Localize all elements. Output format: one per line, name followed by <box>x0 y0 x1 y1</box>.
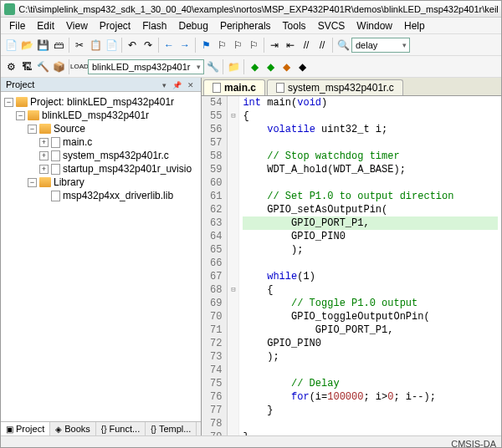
tree-node[interactable]: msp432p4xx_driverlib.lib <box>3 189 199 202</box>
nav-back-icon[interactable]: ← <box>161 38 177 53</box>
code-line[interactable] <box>243 417 498 430</box>
code-line[interactable]: int main(void) <box>243 96 498 109</box>
bookmark-next-icon[interactable]: ⚐ <box>230 38 245 53</box>
tree-node[interactable]: +startup_msp432p401r_uvisio <box>3 162 199 176</box>
outdent-icon[interactable]: ⇤ <box>283 38 298 53</box>
uncomment-icon[interactable]: // <box>315 38 330 53</box>
panel-dropdown-icon[interactable]: ▾ <box>161 81 168 89</box>
code-line[interactable]: ); <box>243 350 498 364</box>
code-line[interactable]: } <box>243 404 498 417</box>
open-icon[interactable]: 📂 <box>19 38 34 53</box>
expand-icon[interactable]: + <box>39 138 49 147</box>
code-line[interactable] <box>243 364 498 377</box>
bookmark-clear-icon[interactable]: ⚐ <box>246 38 261 53</box>
file-tabs: main.csystem_msp432p401r.c <box>202 78 501 96</box>
panel-tab-books[interactable]: ◈Books <box>50 422 96 435</box>
bookmark-prev-icon[interactable]: ⚐ <box>214 38 229 53</box>
code-line[interactable]: GPIO_PORT_P1, <box>243 216 498 230</box>
menu-help[interactable]: Help <box>399 18 430 33</box>
panel-tab-project[interactable]: ▣Project <box>1 422 50 435</box>
code-line[interactable]: { <box>243 109 498 123</box>
code-line[interactable]: // Toggle P1.0 output <box>243 297 498 310</box>
code-area[interactable]: 5455565758596061626364656667686970717273… <box>202 96 501 435</box>
code-line[interactable]: WDT_A_hold(WDT_A_BASE); <box>243 163 498 176</box>
code-line[interactable] <box>243 136 498 150</box>
menu-svcs[interactable]: SVCS <box>313 18 351 33</box>
file-tab[interactable]: system_msp432p401r.c <box>267 79 403 95</box>
code-line[interactable]: ); <box>243 243 498 257</box>
tree-node[interactable]: −blinkLED_msp432p401r <box>3 109 199 122</box>
find-icon[interactable]: 🔍 <box>336 38 351 53</box>
build-icon[interactable]: ⚙ <box>3 59 18 74</box>
project-tree[interactable]: −Project: blinkLED_msp432p401r−blinkLED_… <box>1 92 201 421</box>
bookmark-icon[interactable]: ⚑ <box>198 38 213 53</box>
pack2-icon[interactable]: ◆ <box>263 59 278 74</box>
expand-icon[interactable]: − <box>28 178 37 187</box>
code-line[interactable]: GPIO_PORT_P1, <box>243 323 498 337</box>
pack4-icon[interactable]: ◆ <box>295 59 310 74</box>
tree-node[interactable]: −Library <box>3 176 199 189</box>
pack3-icon[interactable]: ◆ <box>279 59 294 74</box>
save-all-icon[interactable]: 🗃 <box>51 38 66 53</box>
menu-tools[interactable]: Tools <box>278 18 311 33</box>
redo-icon[interactable]: ↷ <box>141 38 156 53</box>
tree-node[interactable]: −Project: blinkLED_msp432p401r <box>3 95 199 109</box>
expand-icon[interactable]: − <box>28 125 37 134</box>
code-line[interactable]: // Stop watchdog timer <box>243 150 498 163</box>
find-combo[interactable]: delay <box>351 38 410 53</box>
manage-icon[interactable]: 📁 <box>226 59 241 74</box>
panel-tab-funct[interactable]: {}Funct... <box>96 422 146 435</box>
file-tab[interactable]: main.c <box>203 79 265 95</box>
nav-fwd-icon[interactable]: → <box>177 38 192 53</box>
options-icon[interactable]: 🔧 <box>205 59 220 74</box>
code-line[interactable]: // Delay <box>243 377 498 390</box>
menu-file[interactable]: File <box>4 18 30 33</box>
code-line[interactable]: while(1) <box>243 270 498 283</box>
panel-close-icon[interactable]: ✕ <box>186 81 196 89</box>
undo-icon[interactable]: ↶ <box>125 38 140 53</box>
code-line[interactable]: GPIO_PIN0 <box>243 337 498 350</box>
tree-node[interactable]: +main.c <box>3 135 199 149</box>
batch-build-icon[interactable]: 📦 <box>51 59 66 74</box>
menu-view[interactable]: View <box>61 18 93 33</box>
build-all-icon[interactable]: 🏗 <box>19 59 34 74</box>
expand-icon[interactable] <box>39 191 49 201</box>
comment-icon[interactable]: // <box>299 38 314 53</box>
fold-column[interactable]: ⊟⊟ <box>228 96 239 435</box>
menu-edit[interactable]: Edit <box>32 18 59 33</box>
indent-icon[interactable]: ⇥ <box>267 38 282 53</box>
code-text[interactable]: int main(void){ volatile uint32_t i; // … <box>239 96 501 435</box>
code-line[interactable]: GPIO_PIN0 <box>243 230 498 243</box>
cut-icon[interactable]: ✂ <box>72 38 87 53</box>
menu-window[interactable]: Window <box>351 18 397 33</box>
code-line[interactable]: GPIO_setAsOutputPin( <box>243 203 498 216</box>
pack-icon[interactable]: ◆ <box>247 59 262 74</box>
paste-icon[interactable]: 📄 <box>104 38 119 53</box>
code-line[interactable]: volatile uint32_t i; <box>243 123 498 136</box>
expand-icon[interactable]: + <box>39 151 49 160</box>
menu-peripherals[interactable]: Peripherals <box>215 18 276 33</box>
menu-debug[interactable]: Debug <box>174 18 213 33</box>
menu-flash[interactable]: Flash <box>137 18 172 33</box>
copy-icon[interactable]: 📋 <box>88 38 103 53</box>
code-line[interactable]: } <box>243 430 498 435</box>
expand-icon[interactable]: + <box>39 165 49 174</box>
rebuild-icon[interactable]: 🔨 <box>35 59 50 74</box>
code-line[interactable]: GPIO_toggleOutputOnPin( <box>243 310 498 323</box>
target-combo[interactable]: blinkLED_msp432p401r <box>88 59 204 74</box>
expand-icon[interactable]: − <box>4 98 13 107</box>
code-line[interactable]: { <box>243 283 498 297</box>
code-line[interactable] <box>243 176 498 190</box>
save-icon[interactable]: 💾 <box>35 38 50 53</box>
tree-node[interactable]: +system_msp432p401r.c <box>3 149 199 162</box>
download-icon[interactable]: LOAD <box>72 59 87 74</box>
code-line[interactable]: for(i=100000; i>0; i--); <box>243 390 498 404</box>
code-line[interactable] <box>243 257 498 270</box>
tree-node[interactable]: −Source <box>3 122 199 135</box>
expand-icon[interactable]: − <box>16 111 25 120</box>
menu-project[interactable]: Project <box>95 18 136 33</box>
panel-tab-templ[interactable]: {}Templ... <box>146 422 197 435</box>
code-line[interactable]: // Set P1.0 to output direction <box>243 190 498 203</box>
panel-pin-icon[interactable]: 📌 <box>171 81 183 89</box>
new-icon[interactable]: 📄 <box>3 38 18 53</box>
